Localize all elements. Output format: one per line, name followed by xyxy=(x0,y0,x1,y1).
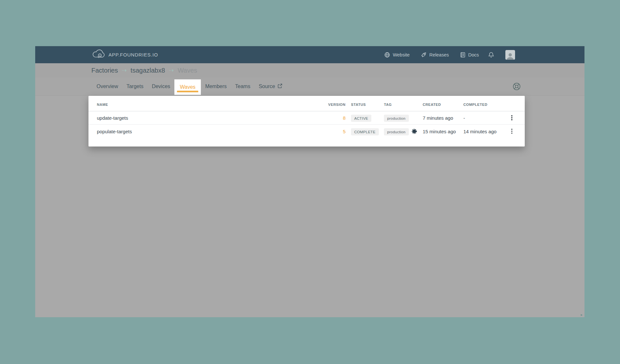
tab-devices[interactable]: Devices xyxy=(148,77,174,95)
wave-completed: - xyxy=(463,115,465,121)
horizontal-scrollbar[interactable]: ▸ xyxy=(35,313,584,317)
tag-badge: production xyxy=(384,128,409,135)
tab-targets[interactable]: Targets xyxy=(122,77,148,95)
external-link-icon xyxy=(277,83,283,90)
row-menu-kebab-icon[interactable] xyxy=(508,128,515,135)
table-row[interactable]: update-targets 8 ACTIVE production 7 min… xyxy=(88,111,525,125)
tab-teams[interactable]: Teams xyxy=(231,77,254,95)
wave-name: populate-targets xyxy=(97,128,132,134)
col-header-name: NAME xyxy=(97,103,108,106)
top-navbar: APP.FOUNDRIES.IO Website xyxy=(35,46,584,63)
production-seal-icon xyxy=(411,128,417,134)
tag-badge: production xyxy=(384,115,409,122)
tab-source-label: Source xyxy=(259,84,275,89)
row-menu-kebab-icon[interactable] xyxy=(508,114,515,121)
col-header-status: STATUS xyxy=(351,103,366,106)
notifications-bell-icon[interactable] xyxy=(488,52,494,58)
tab-waves-label: Waves xyxy=(180,84,195,90)
wave-completed: 14 minutes ago xyxy=(463,128,497,134)
user-avatar[interactable] xyxy=(505,50,515,60)
globe-icon xyxy=(384,52,390,58)
help-lifebuoy-icon[interactable] xyxy=(512,82,521,91)
table-row[interactable]: populate-targets 5 COMPLETE production 1… xyxy=(88,125,525,138)
brand-name: APP.FOUNDRIES.IO xyxy=(108,52,158,57)
cloud-logo-icon xyxy=(92,49,105,60)
tab-waves[interactable]: Waves xyxy=(174,79,201,95)
nav-website-link[interactable]: Website xyxy=(384,52,409,58)
wave-created: 15 minutes ago xyxy=(423,128,456,134)
col-header-completed: COMPLETED xyxy=(463,103,487,106)
breadcrumb-band: Factories ⇢ tsagazlabx8 ⇢ Waves xyxy=(35,63,584,77)
breadcrumb-factory-name[interactable]: tsagazlabx8 xyxy=(130,67,165,74)
col-header-tag: TAG xyxy=(384,103,392,106)
col-header-version: VERSION xyxy=(316,103,346,106)
nav-docs-label: Docs xyxy=(468,52,479,57)
book-icon xyxy=(460,52,466,58)
status-badge: ACTIVE xyxy=(351,115,371,122)
nav-docs-link[interactable]: Docs xyxy=(460,52,479,58)
tab-teams-label: Teams xyxy=(235,84,250,89)
breadcrumb: Factories ⇢ tsagazlabx8 ⇢ Waves xyxy=(91,67,197,74)
wave-created: 7 minutes ago xyxy=(423,115,453,121)
breadcrumb-arrow-icon: ⇢ xyxy=(169,67,174,74)
brand[interactable]: APP.FOUNDRIES.IO xyxy=(92,49,158,60)
wave-name: update-targets xyxy=(97,115,128,121)
breadcrumb-arrow-icon: ⇢ xyxy=(122,67,127,74)
tab-members-label: Members xyxy=(205,84,227,89)
table-header: NAME VERSION STATUS TAG CREATED COMPLETE… xyxy=(88,96,525,111)
breadcrumb-current-page: Waves xyxy=(178,67,197,74)
nav-website-label: Website xyxy=(393,52,409,57)
rocket-icon xyxy=(421,52,427,58)
nav-releases-link[interactable]: Releases xyxy=(421,52,449,58)
app-window: APP.FOUNDRIES.IO Website xyxy=(35,46,584,317)
tab-overview[interactable]: Overview xyxy=(92,77,122,95)
breadcrumb-factories[interactable]: Factories xyxy=(91,67,118,74)
scrollbar-right-arrow-icon[interactable]: ▸ xyxy=(581,313,583,317)
tab-bar: Overview Targets Devices Waves Members T… xyxy=(35,77,584,96)
tab-members[interactable]: Members xyxy=(201,77,231,95)
tab-overview-label: Overview xyxy=(97,84,118,89)
wave-version: 8 xyxy=(316,115,346,121)
tab-source[interactable]: Source xyxy=(254,77,287,95)
navbar-links: Website Releases xyxy=(384,46,515,63)
nav-releases-label: Releases xyxy=(429,52,449,57)
tab-targets-label: Targets xyxy=(127,84,143,89)
waves-table-panel: NAME VERSION STATUS TAG CREATED COMPLETE… xyxy=(88,96,525,147)
col-header-created: CREATED xyxy=(423,103,441,106)
status-badge: COMPLETE xyxy=(351,128,379,135)
tab-devices-label: Devices xyxy=(152,84,170,89)
wave-version: 5 xyxy=(316,128,346,134)
